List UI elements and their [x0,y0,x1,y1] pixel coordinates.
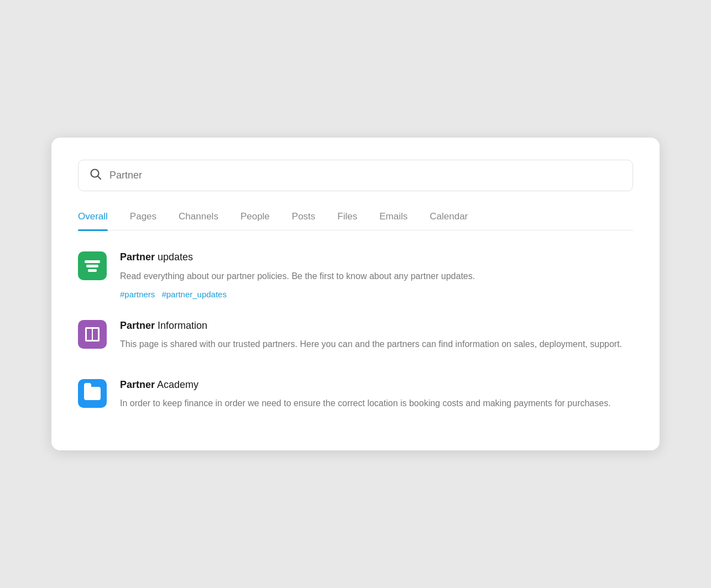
result-content-partner-updates: Partner updates Read everything about ou… [120,250,633,299]
tag-partners[interactable]: #partners [120,290,155,299]
layers-icon [85,260,100,272]
folder-icon [84,387,101,400]
tab-files[interactable]: Files [337,211,357,230]
list-item[interactable]: Partner Information This page is shared … [78,319,633,358]
result-title-bold: Partner [120,320,155,331]
search-icon [90,168,102,183]
book-icon [85,327,100,342]
search-input[interactable]: Partner [109,170,621,181]
tabs-container: Overall Pages Channels People Posts File… [78,211,633,230]
tab-channels[interactable]: Channels [179,211,218,230]
tab-calendar[interactable]: Calendar [430,211,468,230]
result-tags: #partners #partner_updates [120,290,633,299]
results-list: Partner updates Read everything about ou… [78,250,633,417]
result-icon-layers [78,251,107,280]
result-icon-folder [78,379,107,408]
tab-emails[interactable]: Emails [379,211,407,230]
svg-line-1 [98,176,101,179]
result-title-rest: updates [155,251,193,262]
tab-people[interactable]: People [241,211,270,230]
result-icon-book [78,320,107,349]
result-description: Read everything about our partner polici… [120,269,633,284]
result-title-rest: Information [155,320,207,331]
search-bar: Partner [78,160,633,191]
result-title: Partner Information [120,319,633,333]
result-content-partner-academy: Partner Academy In order to keep finance… [120,378,633,417]
tag-partner-updates[interactable]: #partner_updates [161,290,227,299]
main-card: Partner Overall Pages Channels People Po… [51,138,660,450]
result-title-bold: Partner [120,251,155,262]
result-content-partner-information: Partner Information This page is shared … [120,319,633,358]
list-item[interactable]: Partner updates Read everything about ou… [78,250,633,299]
list-item[interactable]: Partner Academy In order to keep finance… [78,378,633,417]
result-title: Partner updates [120,250,633,264]
tab-posts[interactable]: Posts [292,211,316,230]
tab-overall[interactable]: Overall [78,211,108,230]
result-description: In order to keep finance in order we nee… [120,396,633,411]
result-title: Partner Academy [120,378,633,392]
result-description: This page is shared with our trusted par… [120,337,633,351]
result-title-bold: Partner [120,379,155,390]
tab-pages[interactable]: Pages [130,211,156,230]
result-title-rest: Academy [155,379,198,390]
